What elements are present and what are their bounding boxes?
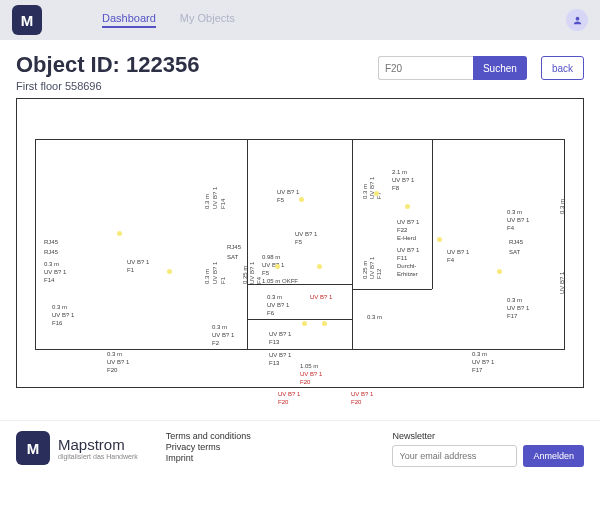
- light-dot: [437, 237, 442, 242]
- floorplan-annotation: F8: [392, 185, 399, 192]
- floorplan-annotation: RJ45: [44, 249, 58, 256]
- floorplan-annotation: UV B? 1: [44, 269, 66, 276]
- user-avatar-icon[interactable]: [566, 9, 588, 31]
- logo-icon: M: [12, 5, 42, 35]
- floorplan-annotation: F4: [507, 225, 514, 232]
- floorplan-annotation: F13: [269, 360, 279, 367]
- search-input[interactable]: [378, 56, 473, 80]
- floorplan-annotation: 0.25 m: [362, 261, 369, 279]
- floorplan-annotation: F17: [507, 313, 517, 320]
- floorplan-annotation: 0.3 m: [212, 324, 227, 331]
- footer-link[interactable]: Privacy terms: [166, 442, 251, 452]
- nav-links: Dashboard My Objects: [102, 12, 235, 28]
- page-title: Object ID: 122356: [16, 52, 199, 78]
- light-dot: [317, 264, 322, 269]
- email-input[interactable]: [392, 445, 517, 467]
- floorplan-annotation: F20: [300, 379, 310, 386]
- floorplan-annotation: UV B? 1: [249, 262, 256, 284]
- footer-logo-icon: M: [16, 431, 50, 465]
- floorplan-annotation: UV B? 1: [447, 249, 469, 256]
- light-dot: [302, 321, 307, 326]
- floorplan-annotation-bottom: F20: [278, 399, 288, 406]
- floorplan-annotation: UV B? 1: [267, 302, 289, 309]
- floorplan[interactable]: RJ45RJ450.3 mUV B? 1F140.3 mUV B? 1F16UV…: [16, 98, 584, 388]
- light-dot: [167, 269, 172, 274]
- floorplan-annotation: F1: [127, 267, 134, 274]
- light-dot: [275, 264, 280, 269]
- brand-name: Mapstrom: [58, 436, 138, 453]
- footer-link[interactable]: Imprint: [166, 453, 251, 463]
- back-button[interactable]: back: [541, 56, 584, 80]
- floorplan-annotation-bottom: UV B? 1: [278, 391, 300, 398]
- light-dot: [299, 197, 304, 202]
- page-header: Object ID: 122356 First floor 558696 Suc…: [0, 40, 600, 98]
- floorplan-annotation: F11: [397, 255, 407, 262]
- floorplan-annotation: UV B? 1: [269, 352, 291, 359]
- page-subtitle: First floor 558696: [16, 80, 199, 92]
- floorplan-annotation: UV B? 1: [369, 257, 376, 279]
- floorplan-annotation: 0.3 m: [107, 351, 122, 358]
- floorplan-annotation: UV B? 1: [212, 332, 234, 339]
- light-dot: [374, 191, 379, 196]
- floorplan-annotation: F20: [107, 367, 117, 374]
- floorplan-annotation: UV B? 1: [507, 305, 529, 312]
- nav-my-objects[interactable]: My Objects: [180, 12, 235, 28]
- floorplan-annotation: SAT: [509, 249, 520, 256]
- floorplan-annotation: 0.3 m: [204, 269, 211, 284]
- light-dot: [405, 204, 410, 209]
- floorplan-annotation: F4: [447, 257, 454, 264]
- floorplan-annotation: Erhitzer: [397, 271, 418, 278]
- floorplan-annotation: E-Herd: [397, 235, 416, 242]
- floorplan-annotation: F6: [267, 310, 274, 317]
- brand-tagline: digitalisiert das Handwerk: [58, 453, 138, 460]
- floorplan-annotation: UV B? 1: [559, 272, 566, 294]
- footer: M Mapstrom digitalisiert das Handwerk Te…: [0, 420, 600, 481]
- floorplan-annotation-bottom: UV B? 1: [351, 391, 373, 398]
- light-dot: [322, 321, 327, 326]
- footer-links: Terms and conditionsPrivacy termsImprint: [166, 431, 251, 463]
- floorplan-annotation: 1.05 m OKFF: [262, 278, 298, 285]
- floorplan-annotation: F16: [52, 320, 62, 327]
- floorplan-annotation: 0.98 m: [262, 254, 280, 261]
- footer-link[interactable]: Terms and conditions: [166, 431, 251, 441]
- floorplan-annotation: UV B? 1: [127, 259, 149, 266]
- floorplan-annotation: UV B? 1: [392, 177, 414, 184]
- floorplan-annotation: 0.3 m: [267, 294, 282, 301]
- signup-button[interactable]: Anmelden: [523, 445, 584, 467]
- light-dot: [497, 269, 502, 274]
- floorplan-annotation: UV B? 1: [107, 359, 129, 366]
- newsletter: Newsletter Anmelden: [392, 431, 584, 467]
- floorplan-annotation: RJ45: [227, 244, 241, 251]
- floorplan-annotation: F14: [44, 277, 54, 284]
- floorplan-annotation: 0.3 m: [362, 184, 369, 199]
- floorplan-annotation: F13: [269, 339, 279, 346]
- floorplan-annotation: UV B? 1: [295, 231, 317, 238]
- floorplan-annotation: F5: [262, 270, 269, 277]
- floorplan-annotation: UV B? 1: [262, 262, 284, 269]
- floorplan-annotation: 0.3 m: [44, 261, 59, 268]
- floorplan-annotation: F1: [220, 277, 227, 284]
- floorplan-annotation: UV B? 1: [52, 312, 74, 319]
- floorplan-annotation: 0.3 m: [559, 199, 566, 214]
- floorplan-annotation: 0.3 m: [507, 209, 522, 216]
- floorplan-annotation: UV B? 1: [277, 189, 299, 196]
- floorplan-annotation: F14: [220, 199, 227, 209]
- floorplan-annotation: 0.3 m: [507, 297, 522, 304]
- floorplan-annotation: 1.05 m: [300, 363, 318, 370]
- floorplan-annotation: RJ45: [509, 239, 523, 246]
- floorplan-annotation: F22: [397, 227, 407, 234]
- nav-dashboard[interactable]: Dashboard: [102, 12, 156, 28]
- floorplan-annotation: UV B? 1: [472, 359, 494, 366]
- floorplan-annotation: RJ45: [44, 239, 58, 246]
- floorplan-annotation: UV B? 1: [300, 371, 322, 378]
- search-button[interactable]: Suchen: [473, 56, 527, 80]
- floorplan-annotation: UV B? 1: [212, 187, 219, 209]
- footer-logo: M Mapstrom digitalisiert das Handwerk: [16, 431, 138, 465]
- floorplan-annotation: UV B? 1: [397, 219, 419, 226]
- floorplan-annotation: 0.3 m: [204, 194, 211, 209]
- floorplan-annotation: UV B? 1: [507, 217, 529, 224]
- floorplan-annotation: UV B? 1: [310, 294, 332, 301]
- floorplan-annotation: F5: [277, 197, 284, 204]
- floorplan-annotation: Durchl-: [397, 263, 416, 270]
- floorplan-annotation-bottom: F20: [351, 399, 361, 406]
